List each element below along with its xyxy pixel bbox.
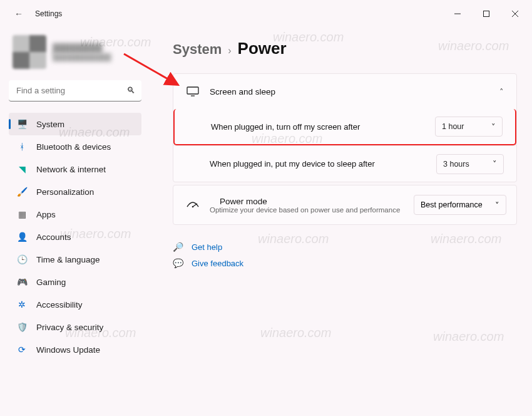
chevron-down-icon: ˅ (491, 122, 496, 132)
link-label: Give feedback (192, 259, 243, 268)
sidebar-item-label: System (36, 120, 64, 129)
close-button[interactable] (501, 4, 529, 24)
sidebar-item-accounts[interactable]: 👤Accounts (9, 226, 141, 248)
person-icon: 👤 (16, 231, 28, 242)
sync-icon: ⟳ (16, 344, 28, 355)
sidebar-item-label: Privacy & security (36, 323, 103, 332)
screen-off-row: When plugged in, turn off my screen afte… (173, 109, 516, 145)
svg-line-7 (193, 204, 197, 207)
page-title: Power (238, 39, 287, 58)
sidebar-item-label: Time & language (36, 255, 100, 264)
dropdown-value: Best performance (421, 200, 483, 209)
sidebar-item-system[interactable]: 🖥️System (9, 113, 141, 135)
search-box[interactable]: 🔍︎ (9, 80, 141, 101)
avatar (13, 35, 46, 69)
window-title: Settings (35, 9, 62, 18)
sidebar-item-label: Bluetooth & devices (36, 142, 111, 152)
power-mode-card: Power mode Optimize your device based on… (173, 185, 517, 225)
user-name: ████████ (53, 43, 111, 53)
sidebar-item-label: Accessibility (36, 300, 83, 309)
row-label: When plugged in, turn off my screen afte… (211, 122, 360, 132)
shield-icon: 🛡️ (16, 321, 28, 333)
minimize-button[interactable] (443, 4, 472, 24)
sidebar-item-apps[interactable]: ▦Apps (9, 203, 141, 226)
sidebar-item-accessibility[interactable]: ✲Accessibility (9, 293, 141, 316)
row-label: When plugged in, put my device to sleep … (210, 159, 375, 169)
apps-icon: ▦ (16, 209, 28, 220)
screen-off-dropdown[interactable]: 1 hour ˅ (435, 117, 503, 137)
sidebar-item-update[interactable]: ⟳Windows Update (9, 338, 141, 361)
help-icon: 🔎 (173, 242, 184, 252)
sidebar-item-personalization[interactable]: 🖌️Personalization (9, 180, 141, 203)
card-title: Power mode (220, 197, 400, 206)
sidebar-item-label: Personalization (36, 187, 94, 197)
chevron-down-icon: ˅ (493, 159, 497, 169)
user-email: ████████████ (53, 53, 111, 61)
chevron-down-icon: ˅ (495, 200, 499, 210)
dropdown-value: 1 hour (442, 122, 464, 131)
sidebar: ████████ ████████████ 🔍︎ 🖥️System ᚼBluet… (0, 28, 148, 416)
svg-rect-4 (187, 87, 198, 94)
user-account[interactable]: ████████ ████████████ (9, 35, 141, 69)
breadcrumb-parent[interactable]: System (173, 41, 222, 58)
feedback-icon: 💬 (173, 258, 184, 268)
give-feedback-link[interactable]: 💬 Give feedback (173, 255, 517, 271)
power-mode-dropdown[interactable]: Best performance ˅ (414, 195, 506, 215)
card-title: Screen and sleep (210, 87, 275, 96)
back-button[interactable]: ← (10, 9, 28, 19)
link-label: Get help (192, 242, 222, 252)
gamepad-icon: 🎮 (16, 276, 28, 288)
get-help-link[interactable]: 🔎 Get help (173, 239, 517, 255)
wifi-icon: ◥ (16, 164, 28, 175)
power-mode-icon (186, 200, 200, 209)
sidebar-item-label: Gaming (36, 278, 66, 287)
accessibility-icon: ✲ (16, 299, 28, 310)
brush-icon: 🖌️ (16, 186, 28, 197)
clock-icon: 🕒 (16, 254, 28, 265)
sidebar-item-privacy[interactable]: 🛡️Privacy & security (9, 316, 141, 338)
main-pane: System › Power Screen and sleep ˄ When p… (148, 28, 532, 416)
sidebar-item-label: Windows Update (36, 345, 100, 355)
card-subtitle: Optimize your device based on power use … (210, 206, 400, 214)
title-bar: ← Settings (0, 0, 532, 28)
breadcrumb: System › Power (173, 39, 517, 58)
bluetooth-icon: ᚼ (16, 141, 28, 152)
display-icon: 🖥️ (16, 118, 28, 130)
screen-and-sleep-header[interactable]: Screen and sleep ˄ (173, 74, 516, 109)
sleep-dropdown[interactable]: 3 hours ˅ (436, 154, 504, 174)
screen-and-sleep-card: Screen and sleep ˄ When plugged in, turn… (173, 73, 517, 182)
sleep-row: When plugged in, put my device to sleep … (173, 145, 516, 182)
monitor-icon (186, 86, 200, 96)
sidebar-item-label: Network & internet (36, 165, 106, 174)
sidebar-item-gaming[interactable]: 🎮Gaming (9, 271, 141, 293)
chevron-right-icon: › (228, 45, 231, 56)
sidebar-item-label: Apps (36, 210, 56, 219)
chevron-up-icon: ˄ (499, 87, 504, 96)
sidebar-item-time[interactable]: 🕒Time & language (9, 248, 141, 271)
sidebar-item-label: Accounts (36, 232, 71, 242)
search-input[interactable] (9, 80, 141, 101)
dropdown-value: 3 hours (443, 160, 469, 169)
maximize-button[interactable] (472, 4, 501, 24)
sidebar-item-network[interactable]: ◥Network & internet (9, 158, 141, 180)
svg-rect-1 (484, 11, 489, 17)
search-icon: 🔍︎ (126, 85, 135, 95)
sidebar-item-bluetooth[interactable]: ᚼBluetooth & devices (9, 135, 141, 158)
